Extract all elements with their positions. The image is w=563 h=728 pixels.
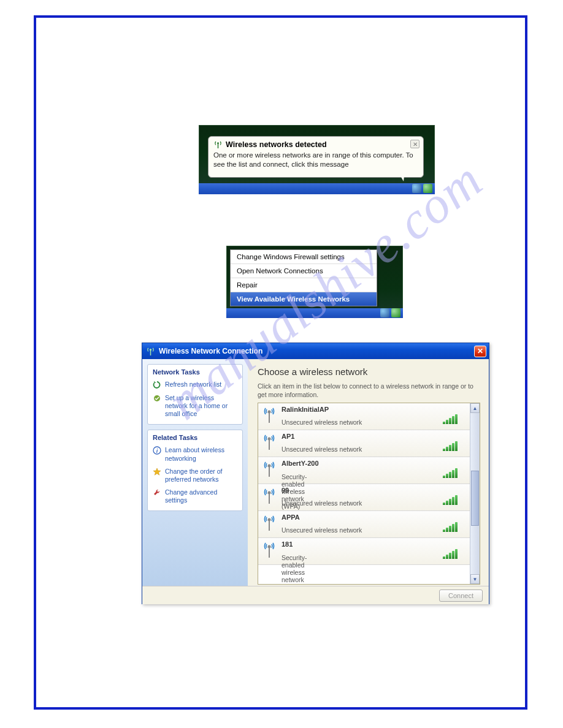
scroll-up-button[interactable]: ▲ [470, 403, 480, 413]
menu-item-open-connections[interactable]: Open Network Connections [231, 264, 377, 278]
sidebar-panel-heading: Related Tasks [153, 434, 237, 441]
svg-point-8 [268, 491, 271, 495]
signal-bar [446, 555, 448, 559]
signal-strength-icon [443, 460, 465, 480]
sidebar-link-label: Change advanced settings [165, 488, 237, 504]
network-description: Unsecured wireless network [282, 419, 439, 426]
taskbar-tray [199, 183, 435, 194]
signal-strength-icon [443, 514, 465, 534]
signal-bar [455, 549, 458, 559]
signal-bar [449, 526, 451, 532]
connect-button[interactable]: Connect [439, 590, 483, 602]
star-icon [153, 468, 161, 476]
signal-bar [446, 420, 448, 424]
tray-network-icon[interactable] [412, 184, 421, 193]
main-subtext: Click an item in the list below to conne… [258, 382, 480, 399]
signal-bar [455, 441, 458, 451]
antenna-icon [262, 460, 277, 477]
network-description: Unsecured wireless network [282, 446, 439, 453]
antenna-icon [262, 433, 277, 450]
network-name: RalinkInitialAP [282, 406, 439, 413]
svg-point-6 [268, 438, 271, 441]
signal-bar [446, 474, 448, 478]
network-name: 99 [282, 487, 439, 494]
signal-bar [449, 499, 451, 505]
network-item[interactable]: 181Security-enabled wireless network [258, 538, 470, 565]
setup-icon [153, 394, 161, 403]
window-title: Wireless Network Connection [159, 347, 470, 355]
menu-item-firewall[interactable]: Change Windows Firewall settings [231, 250, 377, 264]
tray-globe-icon[interactable] [391, 308, 400, 317]
context-menu-area: Change Windows Firewall settings Open Ne… [226, 246, 403, 318]
sidebar-link-label: Change the order of preferred networks [165, 468, 237, 483]
svg-point-10 [268, 545, 271, 548]
sidebar-link-advanced[interactable]: Change advanced settings [153, 488, 237, 504]
signal-bar [455, 468, 458, 478]
signal-bar [452, 470, 454, 478]
sidebar-link-label: Refresh network list [165, 381, 221, 389]
network-item[interactable]: AP1Unsecured wireless network [258, 430, 470, 457]
lock-icon: Security-enabled wireless network (WPA) [282, 473, 288, 480]
network-name: AlbertY-200 [282, 460, 439, 467]
main-heading: Choose a wireless network [258, 366, 480, 377]
tray-context-menu: Change Windows Firewall settings Open Ne… [230, 249, 377, 306]
signal-bar [452, 416, 454, 424]
main-pane: Choose a wireless network Click an item … [248, 359, 489, 586]
network-name: AP1 [282, 433, 439, 440]
signal-strength-icon [443, 433, 465, 453]
signal-bar [452, 524, 454, 532]
signal-bar [443, 476, 445, 478]
antenna-icon [262, 541, 277, 558]
taskbar-tray [226, 308, 403, 318]
signal-bar [443, 556, 445, 559]
scroll-down-button[interactable]: ▼ [470, 574, 480, 584]
window-titlebar[interactable]: Wireless Network Connection ✕ [142, 343, 489, 359]
signal-bar [452, 551, 454, 559]
signal-bar [443, 529, 445, 532]
scrollbar[interactable]: ▲ ▼ [470, 403, 480, 584]
notification-balloon[interactable]: Wireless networks detected One or more w… [208, 136, 424, 178]
balloon-title: Wireless networks detected [226, 140, 327, 149]
network-description: Unsecured wireless network [282, 526, 439, 534]
network-description: Unsecured wireless network [282, 499, 439, 507]
network-item[interactable]: RalinkInitialAPUnsecured wireless networ… [258, 403, 470, 430]
signal-bar [449, 553, 451, 559]
menu-item-repair[interactable]: Repair [231, 278, 377, 292]
sidebar-link-setup[interactable]: Set up a wireless network for a home or … [153, 394, 237, 418]
network-item[interactable]: APPAUnsecured wireless network [258, 511, 470, 538]
signal-bar [443, 502, 445, 505]
signal-bar [455, 495, 458, 505]
sidebar-link-refresh[interactable]: Refresh network list [153, 381, 237, 389]
signal-bar [446, 447, 448, 451]
svg-point-5 [268, 411, 271, 414]
network-name: APPA [282, 514, 439, 521]
sidebar-link-learn[interactable]: i Learn about wireless networking [153, 446, 237, 462]
antenna-icon [262, 406, 277, 423]
scrollbar-thumb[interactable] [471, 471, 479, 526]
svg-text:i: i [156, 448, 158, 454]
signal-bar [449, 418, 451, 424]
tray-network-icon[interactable] [380, 308, 389, 317]
sidebar-network-tasks: Network Tasks Refresh network list Set u… [147, 364, 243, 425]
sidebar: Network Tasks Refresh network list Set u… [142, 359, 248, 586]
menu-item-view-networks[interactable]: View Available Wireless Networks [231, 292, 377, 306]
signal-bar [443, 422, 445, 424]
antenna-icon [262, 514, 277, 531]
network-item[interactable]: AlbertY-200Security-enabled wireless net… [258, 457, 470, 484]
network-description: Security-enabled wireless network (WPA) [282, 473, 439, 480]
sidebar-link-label: Learn about wireless networking [165, 446, 237, 462]
tray-globe-icon[interactable] [423, 184, 432, 193]
network-description: Security-enabled wireless network [282, 554, 439, 561]
lock-icon: Security-enabled wireless network [282, 554, 288, 561]
window-close-button[interactable]: ✕ [474, 346, 486, 357]
network-list: RalinkInitialAPUnsecured wireless networ… [258, 403, 470, 584]
sidebar-panel-heading: Network Tasks [153, 368, 237, 376]
notification-balloon-area: Wireless networks detected One or more w… [199, 125, 435, 194]
balloon-close-button[interactable]: ✕ [410, 140, 419, 148]
antenna-icon [146, 347, 155, 356]
sidebar-link-order[interactable]: Change the order of preferred networks [153, 468, 237, 483]
antenna-icon [213, 141, 223, 149]
svg-point-0 [217, 142, 219, 144]
svg-point-1 [150, 349, 151, 351]
signal-bar [449, 472, 451, 478]
